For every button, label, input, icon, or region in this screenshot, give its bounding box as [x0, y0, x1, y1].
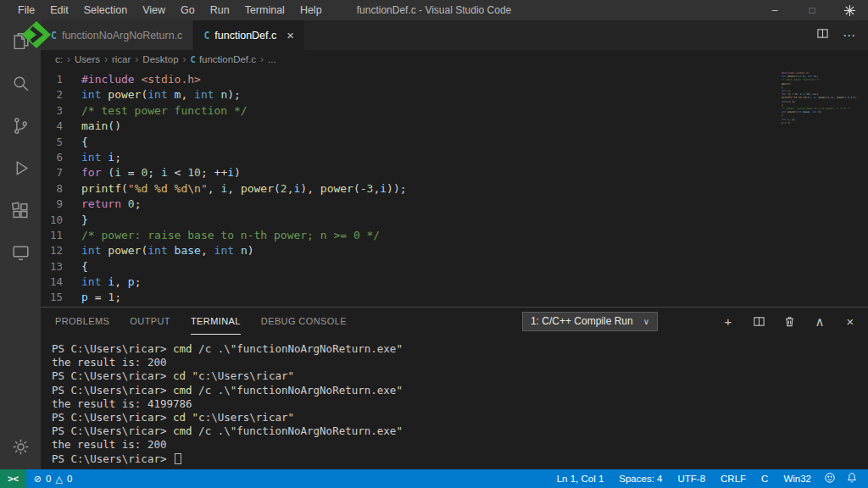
breadcrumb-item-desktop[interactable]: Desktop — [142, 54, 178, 64]
code-line: 6int i; — [41, 150, 868, 165]
code-text: { — [81, 135, 88, 150]
tab-functiondef-c[interactable]: CfunctionDef.c× — [193, 20, 305, 50]
run-debug-icon[interactable] — [10, 158, 31, 179]
breadcrumb-item-users[interactable]: Users — [75, 54, 100, 64]
status-spaces-4[interactable]: Spaces: 4 — [611, 474, 670, 484]
menu-file[interactable]: File — [10, 0, 42, 20]
line-number: 3 — [41, 103, 81, 119]
code-text: main() — [81, 119, 121, 134]
code-line: 10} — [41, 213, 868, 228]
line-number: 1 — [41, 72, 81, 87]
settings-gear-icon[interactable] — [10, 436, 31, 458]
menu-bar: FileEditSelectionViewGoRunTerminalHelp — [0, 0, 330, 20]
status-ln-1-col-1[interactable]: Ln 1, Col 1 — [549, 474, 612, 484]
code-line: 15p = 1; — [41, 290, 868, 305]
panel-tab-terminal[interactable]: TERMINAL — [191, 308, 241, 335]
menu-run[interactable]: Run — [203, 0, 237, 20]
source-control-icon[interactable] — [10, 115, 31, 136]
extensions-icon[interactable] — [10, 200, 31, 221]
status-crlf[interactable]: CRLF — [713, 474, 754, 484]
status-utf-8[interactable]: UTF-8 — [670, 474, 713, 484]
maximize-panel-icon[interactable]: ∧ — [812, 313, 827, 329]
terminal-line: PS C:\Users\ricar> cmd /c .\"functionNoA… — [52, 384, 868, 397]
code-line: 11/* power: raise base to n-th power; n … — [41, 228, 868, 243]
watermark-logo — [21, 20, 52, 53]
code-text: } — [81, 213, 88, 228]
terminal-line: PS C:\Users\ricar> cd "c:\Users\ricar" — [52, 369, 868, 383]
code-text: int i, p; — [81, 274, 141, 290]
breadcrumb-item-ricar[interactable]: ricar — [112, 54, 131, 64]
status-win32[interactable]: Win32 — [776, 474, 819, 484]
chevron-down-icon: ∨ — [643, 317, 649, 326]
kill-terminal-icon[interactable] — [782, 313, 797, 329]
code-editor[interactable]: 1#include <stdio.h>2int power(int m, int… — [41, 69, 868, 307]
line-number: 5 — [41, 135, 81, 150]
minimize-button[interactable]: – — [756, 0, 793, 20]
tab-strip: CfunctionNoArgNoReturn.cCfunctionDef.c× — [41, 20, 305, 50]
chevron-right-icon: › — [135, 53, 138, 65]
tab-functionnoargnoreturn-c[interactable]: CfunctionNoArgNoReturn.c — [41, 20, 193, 50]
breadcrumb-item-c[interactable]: c: — [55, 54, 63, 64]
tab-label: functionNoArgNoReturn.c — [62, 30, 182, 42]
panel-actions: 1: C/C++ Compile Run ∨ + ∧ × — [522, 312, 858, 331]
maximize-button[interactable]: □ — [793, 0, 831, 20]
warning-icon: △ — [55, 474, 62, 485]
minimap-line: p = 1; — [782, 121, 858, 125]
code-text: int i; — [81, 150, 121, 165]
chevron-right-icon: › — [67, 53, 70, 65]
breadcrumb-item-more[interactable]: ... — [268, 54, 276, 64]
warning-count: 0 — [67, 474, 72, 484]
search-icon[interactable] — [10, 73, 31, 94]
problems-indicator[interactable]: ⊘ 0 △ 0 — [26, 474, 81, 485]
feedback-icon[interactable] — [824, 472, 836, 485]
menu-view[interactable]: View — [135, 0, 173, 20]
menu-go[interactable]: Go — [173, 0, 203, 20]
line-number: 10 — [41, 213, 81, 228]
status-right: Ln 1, Col 1Spaces: 4UTF-8CRLFCWin32 — [549, 472, 868, 485]
menu-selection[interactable]: Selection — [76, 0, 135, 20]
terminal-output[interactable]: PS C:\Users\ricar> cmd /c .\"functionNoA… — [41, 335, 868, 469]
notifications-bell-icon[interactable] — [846, 472, 858, 485]
line-number: 4 — [41, 119, 81, 134]
code-line: 8printf("%d %d %d\n", i, power(2,i), pow… — [41, 181, 868, 197]
bottom-panel: PROBLEMSOUTPUTTERMINALDEBUG CONSOLE 1: C… — [41, 307, 868, 469]
code-text: p = 1; — [81, 290, 121, 305]
breadcrumb: c:›Users›ricar›Desktop›CfunctionDef.c›..… — [41, 50, 868, 69]
title-bar: FileEditSelectionViewGoRunTerminalHelp f… — [0, 0, 868, 20]
editor-actions: ⋯ — [816, 20, 868, 50]
panel-tab-debug-console[interactable]: DEBUG CONSOLE — [261, 308, 347, 335]
terminal-picker-dropdown[interactable]: 1: C/C++ Compile Run ∨ — [522, 312, 658, 331]
panel-tab-problems[interactable]: PROBLEMS — [55, 308, 109, 335]
window-controls: – □ — [756, 0, 868, 20]
line-number: 8 — [41, 181, 81, 197]
terminal-line: PS C:\Users\ricar> cd "c:\Users\ricar" — [52, 411, 868, 424]
terminal-picker-label: 1: C/C++ Compile Run — [531, 315, 633, 327]
code-area: 1#include <stdio.h>2int power(int m, int… — [41, 72, 868, 306]
menu-edit[interactable]: Edit — [42, 0, 76, 20]
c-file-icon: C — [191, 54, 196, 64]
error-count: 0 — [46, 474, 51, 484]
close-panel-icon[interactable]: × — [843, 313, 858, 329]
new-terminal-icon[interactable]: + — [721, 313, 736, 329]
split-editor-icon[interactable] — [816, 27, 829, 43]
more-actions-icon[interactable]: ⋯ — [843, 28, 856, 43]
breadcrumb-item-functiondef-c[interactable]: CfunctionDef.c — [191, 54, 256, 64]
panel-tab-output[interactable]: OUTPUT — [130, 308, 170, 335]
remote-explorer-icon[interactable] — [10, 242, 31, 263]
status-c[interactable]: C — [754, 474, 776, 484]
menu-help[interactable]: Help — [292, 0, 330, 20]
minimap[interactable]: #include <stdio.h>int power(int m, int n… — [782, 71, 858, 125]
code-text: /* power: raise base to n-th power; n >=… — [81, 228, 380, 243]
code-text: int power(int base, int n) — [81, 243, 254, 258]
menu-terminal[interactable]: Terminal — [237, 0, 292, 20]
code-text: { — [81, 259, 88, 274]
line-number: 13 — [41, 259, 81, 274]
terminal-line: the result is: 4199786 — [52, 397, 868, 411]
code-line: 13{ — [41, 259, 868, 274]
tab-close-icon[interactable]: × — [287, 28, 294, 42]
remote-indicator[interactable]: >< — [0, 469, 26, 488]
split-terminal-icon[interactable] — [751, 313, 766, 329]
terminal-line: PS C:\Users\ricar> cmd /c .\"functionNoA… — [52, 342, 868, 356]
tab-bar: CfunctionNoArgNoReturn.cCfunctionDef.c× … — [41, 20, 868, 50]
line-number: 14 — [41, 274, 81, 290]
